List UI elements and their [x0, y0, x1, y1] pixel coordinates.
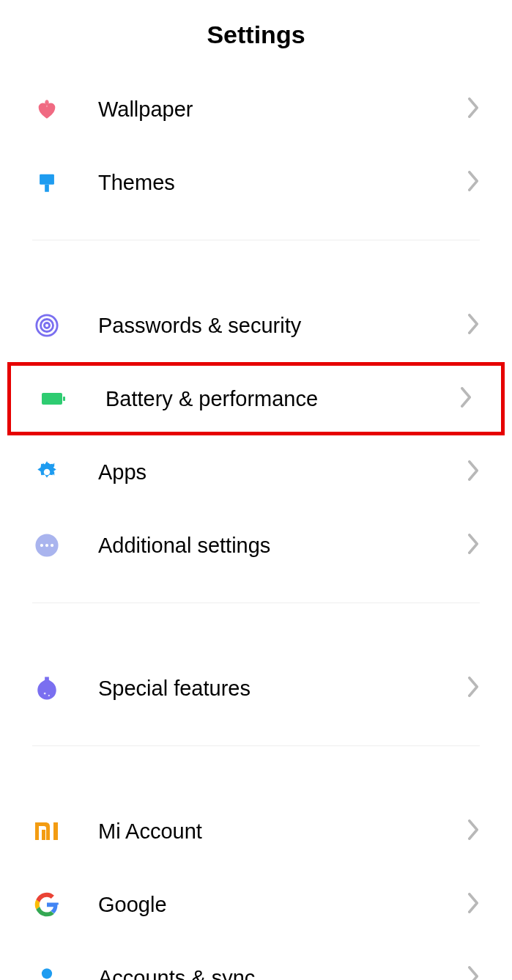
chevron-right-icon: [467, 97, 480, 121]
chevron-right-icon: [467, 966, 480, 980]
settings-item-label: Additional settings: [98, 534, 467, 558]
battery-icon: [40, 384, 69, 413]
more-icon: [32, 531, 62, 560]
settings-item-label: Apps: [98, 460, 467, 485]
settings-item-label: Passwords & security: [98, 314, 467, 338]
section-divider: [32, 603, 480, 603]
svg-point-14: [48, 695, 50, 696]
section-divider: [32, 240, 480, 240]
svg-rect-15: [42, 830, 45, 840]
chevron-right-icon: [467, 893, 480, 916]
themes-icon: [32, 168, 62, 197]
settings-item-google[interactable]: Google: [0, 868, 512, 941]
chevron-right-icon: [467, 460, 480, 484]
settings-item-accounts-sync[interactable]: Accounts & sync: [0, 941, 512, 980]
chevron-right-icon: [467, 534, 480, 557]
account-icon: [32, 963, 62, 980]
svg-rect-0: [40, 174, 54, 185]
settings-item-label: Accounts & sync: [98, 966, 467, 981]
settings-item-mi-account[interactable]: Mi Account: [0, 795, 512, 868]
fingerprint-icon: [32, 311, 62, 340]
svg-point-11: [45, 544, 48, 547]
svg-point-8: [44, 469, 51, 476]
settings-item-label: Themes: [98, 171, 467, 195]
settings-item-additional-settings[interactable]: Additional settings: [0, 509, 512, 582]
svg-point-10: [40, 544, 43, 547]
chevron-right-icon: [467, 314, 480, 337]
mi-icon: [32, 817, 62, 846]
apps-icon: [32, 457, 62, 487]
wallpaper-icon: [32, 95, 62, 124]
svg-point-12: [51, 544, 53, 547]
svg-point-17: [42, 968, 52, 979]
svg-rect-5: [42, 393, 62, 405]
chevron-right-icon: [467, 171, 480, 194]
settings-item-apps[interactable]: Apps: [0, 435, 512, 509]
chevron-right-icon: [467, 677, 480, 700]
section-divider: [32, 745, 480, 746]
page-title: Settings: [0, 21, 512, 49]
settings-item-label: Battery & performance: [105, 387, 459, 411]
settings-list: Wallpaper Themes Passwords & security: [0, 73, 512, 980]
settings-item-label: Wallpaper: [98, 97, 467, 122]
svg-point-4: [44, 323, 49, 328]
svg-rect-16: [53, 822, 58, 840]
settings-item-themes[interactable]: Themes: [0, 146, 512, 219]
settings-item-wallpaper[interactable]: Wallpaper: [0, 73, 512, 146]
svg-rect-6: [63, 397, 65, 401]
settings-item-label: Mi Account: [98, 819, 467, 844]
settings-item-label: Google: [98, 893, 467, 917]
page-header: Settings: [0, 0, 512, 73]
svg-rect-1: [45, 185, 49, 192]
chevron-right-icon: [467, 819, 480, 843]
flask-icon: [32, 674, 62, 703]
settings-item-special-features[interactable]: Special features: [0, 652, 512, 725]
settings-item-label: Special features: [98, 677, 467, 701]
chevron-right-icon: [459, 387, 472, 410]
svg-point-3: [41, 320, 53, 332]
google-icon: [32, 890, 62, 919]
svg-point-13: [44, 693, 46, 695]
settings-item-passwords-security[interactable]: Passwords & security: [0, 289, 512, 362]
settings-item-battery-performance[interactable]: Battery & performance: [7, 362, 505, 435]
